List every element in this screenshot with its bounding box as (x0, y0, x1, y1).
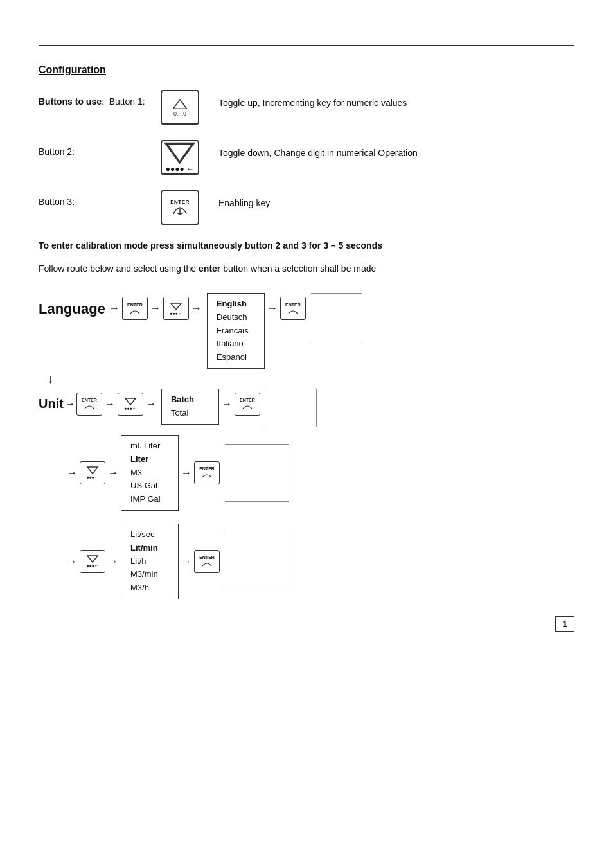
flow-option-litsec: Lit/sec (130, 528, 169, 542)
arrow-1: → (109, 303, 120, 314)
button3-icon: ENTER (161, 190, 206, 225)
arrow-7: → (222, 398, 232, 410)
unit-enter-label2: ENTER (240, 398, 255, 402)
icon-label-1: 0....9 (173, 111, 186, 117)
flow-option-m3h: M3/h (130, 581, 169, 595)
unit-options-box: Batch Total (161, 389, 219, 425)
flow-options-box: Lit/sec Lit/min Lit/h M3/min M3/h (121, 524, 179, 599)
svg-marker-5 (87, 467, 98, 474)
lang-option-english: English (217, 297, 255, 311)
vol-enter-svg (200, 471, 213, 479)
down-triangle-svg (164, 141, 195, 164)
lang-option-deutsch: Deutsch (217, 311, 255, 324)
unit-option-total: Total (171, 407, 209, 420)
lang-enter-icon-1: ENTER (122, 297, 148, 320)
arrow-6: → (146, 398, 156, 410)
vol-enter-label: ENTER (199, 466, 215, 471)
button-row-3: Button 3: ENTER Enabling key (39, 190, 574, 225)
button2-description: Toggle down, Change digit in numerical O… (218, 140, 418, 160)
arrow-3: → (191, 303, 202, 314)
button3-label: Button 3: (39, 190, 161, 207)
triangle-down-icon: ●●●● ← (161, 140, 199, 175)
enter-label-mini2: ENTER (285, 303, 301, 307)
vol-option-liter: Liter (130, 453, 169, 466)
lang-option-francais: Francais (217, 324, 255, 338)
vol-down-triangle-svg (86, 466, 99, 475)
unit-arrow-label: → (65, 398, 75, 410)
flow-enter-svg (200, 560, 213, 567)
lang-option-italiano: Italiano (217, 337, 255, 351)
flow-enter-icon: ENTER (194, 550, 220, 573)
enter-hand-svg (170, 205, 190, 217)
flow-down-triangle-svg (86, 554, 99, 563)
unit-enter-label1: ENTER (82, 398, 97, 402)
lang-down-icon: ●●●← (163, 297, 189, 320)
enter-mini-svg1 (129, 307, 141, 315)
down-arrow-lang-unit: ↓ (48, 373, 574, 386)
calibration-note: To enter calibration mode press simultan… (39, 240, 574, 251)
flow-down-icon: ●●●← (80, 550, 105, 573)
language-section: Language → ENTER → ●●●← (39, 293, 574, 369)
vol-option-ml: ml. Liter (130, 439, 169, 453)
vol-option-usgal: US Gal (130, 479, 169, 493)
lang-down-triangle-svg (170, 302, 182, 311)
enter-label-mini1: ENTER (127, 303, 143, 307)
language-options-box: English Deutsch Francais Italiano Espano… (207, 293, 265, 369)
flow-option-m3min: M3/min (130, 568, 169, 581)
follow-prefix: Follow route below and select using the (39, 263, 199, 274)
unit-down-icon: ●●●← (118, 393, 143, 416)
unit-option-batch: Batch (171, 393, 209, 407)
volume-down-icon: ●●●← (80, 461, 105, 484)
button1-label: Buttons to use: Button 1: (39, 90, 161, 107)
dots-arrow-row: ●●●● ← (166, 164, 194, 173)
unit-down-triangle-svg (124, 397, 137, 406)
arrow-11: → (67, 556, 77, 567)
arrow-12: → (108, 556, 118, 567)
unit-enter-svg2 (241, 402, 254, 410)
arrow-13: → (181, 556, 191, 567)
enter-text: ENTER (170, 199, 190, 205)
page-number: 1 (555, 616, 574, 632)
lang-enter-after: → ENTER (265, 297, 306, 320)
language-label: Language (39, 299, 105, 317)
button2-icon: ●●●● ← (161, 140, 206, 175)
top-divider (39, 45, 574, 46)
arrow-5: → (105, 398, 115, 410)
flow-enter-label: ENTER (199, 555, 215, 560)
flow-sub-section: → ●●●← → Lit/sec Lit/min Lit/h M3/min M3… (64, 524, 574, 599)
follow-suffix: button when a selection shall be made (223, 263, 376, 274)
svg-marker-0 (173, 100, 187, 109)
vol-option-impgal: IMP Gal (130, 493, 169, 506)
unit-row-icons: Unit → ENTER → ●●●← (39, 393, 159, 416)
volume-options-box: ml. Liter Liter M3 US Gal IMP Gal (121, 435, 179, 511)
up-triangle-svg (172, 98, 188, 111)
triangle-up-icon: 0....9 (161, 90, 199, 125)
arrow-9: → (108, 467, 118, 479)
enter-bold: enter (199, 263, 220, 274)
arrow-8: → (67, 467, 77, 479)
svg-marker-3 (171, 303, 181, 310)
vol-enter-icon: ENTER (194, 461, 220, 484)
unit-enter-after: → ENTER (219, 393, 260, 416)
follow-note: Follow route below and select using the … (39, 263, 574, 274)
button-row-2: Button 2: ●●●● ← Toggle down, Change dig… (39, 140, 574, 175)
flow-option-litmin: Lit/min (130, 542, 169, 555)
button-row-1: Buttons to use: Button 1: 0....9 Toggle … (39, 90, 574, 125)
unit-dots-label: ●●●← (124, 406, 137, 411)
button3-description: Enabling key (218, 190, 270, 210)
unit-enter-svg1 (83, 402, 96, 410)
enter-mini-svg2 (287, 307, 299, 315)
lang-right-border (311, 293, 362, 344)
button1-description: Toggle up, Incrementing key for numeric … (218, 90, 407, 110)
unit-section: Unit → ENTER → ●●●← (39, 389, 574, 427)
vol-dots-label: ●●●← (86, 475, 99, 479)
flow-option-lith: Lit/h (130, 555, 169, 569)
lang-enter-icon-2: ENTER (280, 297, 306, 320)
unit-enter-icon-1: ENTER (76, 393, 102, 416)
flow-dots-label: ●●●← (86, 563, 99, 568)
button1-icon: 0....9 (161, 90, 206, 125)
vol-right-border (225, 444, 289, 502)
unit-right-border (265, 389, 317, 427)
buttons-to-use-label: Buttons to use (39, 96, 102, 107)
volume-sub-section: → ●●●← → ml. Liter Liter M3 US Gal IMP G… (64, 435, 574, 511)
